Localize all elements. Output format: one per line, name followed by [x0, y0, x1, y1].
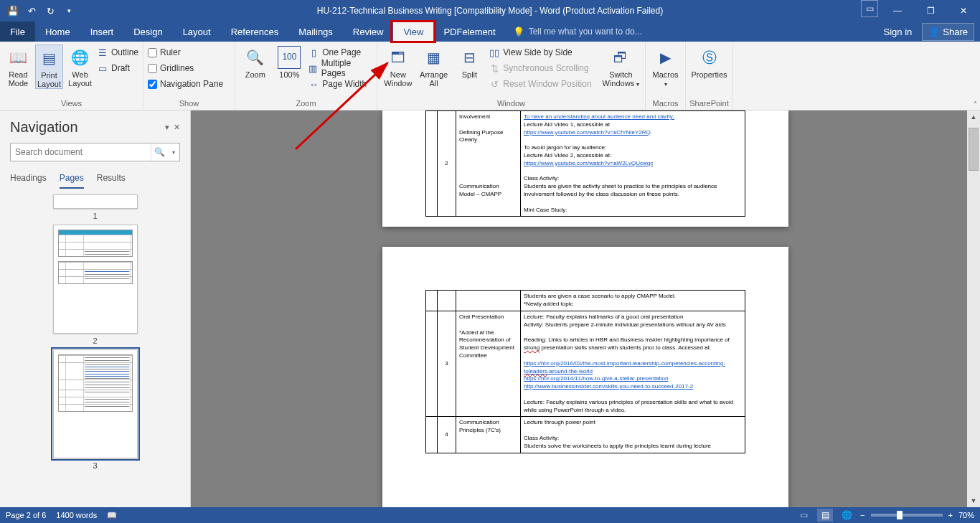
zoom-100-button[interactable]: 100 100% [274, 44, 306, 79]
share-button[interactable]: 👤 Share [922, 23, 974, 41]
tab-layout[interactable]: Layout [173, 22, 221, 42]
arrange-all-label: Arrange All [418, 70, 451, 88]
sign-in-link[interactable]: Sign in [877, 27, 920, 37]
status-print-layout-icon[interactable]: ▤ [817, 509, 833, 522]
page-width-button[interactable]: ↔Page Width [308, 76, 372, 92]
save-icon[interactable]: 💾 [6, 4, 20, 18]
close-button[interactable]: ✕ [947, 0, 980, 22]
web-layout-label: Web Layout [66, 70, 94, 88]
tab-insert[interactable]: Insert [80, 22, 124, 42]
gridlines-label: Gridlines [160, 63, 194, 73]
thumb-label-1: 1 [93, 212, 97, 220]
nav-dropdown-icon[interactable]: ▾ [165, 123, 169, 132]
zoom-slider[interactable] [871, 514, 943, 517]
multiple-pages-button[interactable]: ▥Multiple Pages [308, 60, 372, 76]
tab-review[interactable]: Review [343, 22, 394, 42]
new-window-button[interactable]: 🗔 New Window [382, 44, 415, 88]
minimize-button[interactable]: — [881, 0, 914, 22]
nav-tab-pages[interactable]: Pages [60, 170, 84, 189]
zoom-slider-knob[interactable] [897, 511, 903, 519]
status-page[interactable]: Page 2 of 6 [6, 511, 46, 519]
navigation-search[interactable]: 🔍 ▾ [10, 143, 180, 161]
nav-tab-headings[interactable]: Headings [10, 170, 47, 189]
tab-pdfelement[interactable]: PDFelement [433, 22, 505, 42]
reset-pos-label: Reset Window Position [503, 79, 591, 89]
status-web-layout-icon[interactable]: 🌐 [839, 509, 854, 522]
document-scroll[interactable]: 2 Involvement Defining Purpose Clearly C… [191, 110, 980, 507]
gridlines-check-input[interactable] [148, 64, 157, 73]
tab-view[interactable]: View [393, 22, 433, 42]
qat-customize-icon[interactable]: ▾ [62, 4, 76, 18]
tell-me-search[interactable]: 💡 Tell me what you want to do... [513, 22, 642, 42]
thumbnail-page-1[interactable]: 1 [53, 194, 138, 220]
ruler-checkbox[interactable]: Ruler [148, 44, 223, 60]
doc-link-bi[interactable]: http://www.businessinsider.com/skills-yo… [524, 383, 693, 390]
scroll-up-icon[interactable]: ▲ [967, 110, 980, 123]
search-icon[interactable]: 🔍 [151, 143, 168, 161]
undo-icon[interactable]: ↶ [24, 4, 39, 18]
status-word-count[interactable]: 1400 words [56, 511, 97, 519]
zoom-out-button[interactable]: − [860, 511, 864, 519]
tab-design[interactable]: Design [123, 22, 172, 42]
sharepoint-icon: Ⓢ [698, 46, 721, 69]
arrange-all-button[interactable]: ▦ Arrange All [418, 44, 451, 88]
status-read-mode-icon[interactable]: ▭ [796, 509, 811, 522]
properties-button[interactable]: Ⓢ Properties [690, 44, 728, 79]
status-spell-check-icon[interactable]: 📖 [107, 511, 117, 520]
ribbon-display-options-icon[interactable]: ▭ [861, 0, 878, 17]
web-layout-button[interactable]: 🌐 Web Layout [66, 44, 94, 88]
nav-close-icon[interactable]: ✕ [174, 123, 180, 132]
hundred-icon: 100 [278, 46, 301, 69]
new-window-label: New Window [382, 70, 415, 88]
tab-home[interactable]: Home [35, 22, 80, 42]
navpane-check-input[interactable] [148, 80, 157, 89]
page-width-icon: ↔ [308, 78, 319, 90]
read-mode-button[interactable]: 📖 Read Mode [4, 44, 32, 88]
window-title: HU-212-Technical Business Writing [Compa… [0, 6, 980, 16]
zoom-percent[interactable]: 70% [958, 511, 974, 519]
thumbnail-page-3[interactable]: 3 [53, 349, 138, 470]
sync-scroll-icon: ⇅ [489, 62, 500, 74]
switch-windows-label: Switch Windows ▾ [601, 70, 641, 88]
vertical-scrollbar[interactable]: ▲ ▼ [967, 110, 980, 507]
view-side-by-side-button[interactable]: ▯▯View Side by Side [489, 44, 598, 60]
scroll-down-icon[interactable]: ▼ [967, 494, 980, 507]
tab-references[interactable]: References [221, 22, 288, 42]
doc-text: Lecture Aid Video 2, accessible at: [524, 152, 611, 159]
zoom-in-button[interactable]: + [948, 511, 953, 519]
nav-tab-results[interactable]: Results [97, 170, 126, 189]
collapse-ribbon-icon[interactable]: ˄ [974, 100, 977, 108]
multiple-pages-icon: ▥ [308, 62, 318, 74]
reset-window-position-button: ↺Reset Window Position [489, 76, 598, 92]
search-dropdown-icon[interactable]: ▾ [168, 143, 179, 161]
split-button[interactable]: ⊟ Split [453, 44, 486, 79]
zoom-button[interactable]: 🔍 Zoom [240, 44, 271, 79]
doc-table-1: 2 Involvement Defining Purpose Clearly C… [425, 110, 745, 217]
print-layout-button[interactable]: ▤ Print Layout [35, 44, 63, 89]
ruler-check-input[interactable] [148, 48, 157, 57]
topic-oral: Oral Presentation [459, 314, 504, 320]
outline-button[interactable]: ☰Outline [97, 44, 138, 60]
doc-link-intro[interactable]: To have an understanding about audience … [524, 113, 674, 120]
arrange-all-icon: ▦ [423, 46, 446, 69]
draft-button[interactable]: ▭Draft [97, 60, 138, 76]
sync-scroll-label: Synchronous Scrolling [503, 63, 588, 73]
doc-link-yt1[interactable]: https://www.youtube.com/watch?v=kCfYNIeY… [524, 129, 651, 136]
tab-mailings[interactable]: Mailings [288, 22, 343, 42]
switch-windows-button[interactable]: 🗗 Switch Windows ▾ [601, 44, 641, 88]
navigation-pane-checkbox[interactable]: Navigation Pane [148, 76, 223, 92]
maximize-button[interactable]: ❐ [914, 0, 947, 22]
topic-added-note: *Added at the Recommendation of Student … [459, 329, 514, 359]
page-width-label: Page Width [322, 79, 367, 89]
doc-link-yt2[interactable]: https://www.youtube.com/watch?v=aW2LvQUc… [524, 160, 653, 166]
gridlines-checkbox[interactable]: Gridlines [148, 60, 223, 76]
redo-icon[interactable]: ↻ [43, 4, 57, 18]
file-tab[interactable]: File [0, 22, 35, 42]
doc-link-hbr2[interactable]: https://hbr.org/2014/11/how-to-give-a-st… [524, 375, 668, 382]
doc-link-hbr1[interactable]: https://hbr.org/2016/03/the-most-importa… [524, 360, 725, 374]
macros-button[interactable]: ▶ Macros▾ [650, 44, 681, 88]
side-by-side-label: View Side by Side [503, 47, 573, 57]
scroll-thumb[interactable] [969, 128, 979, 171]
thumbnail-page-2[interactable]: 2 [53, 225, 138, 345]
search-input[interactable] [11, 147, 151, 157]
